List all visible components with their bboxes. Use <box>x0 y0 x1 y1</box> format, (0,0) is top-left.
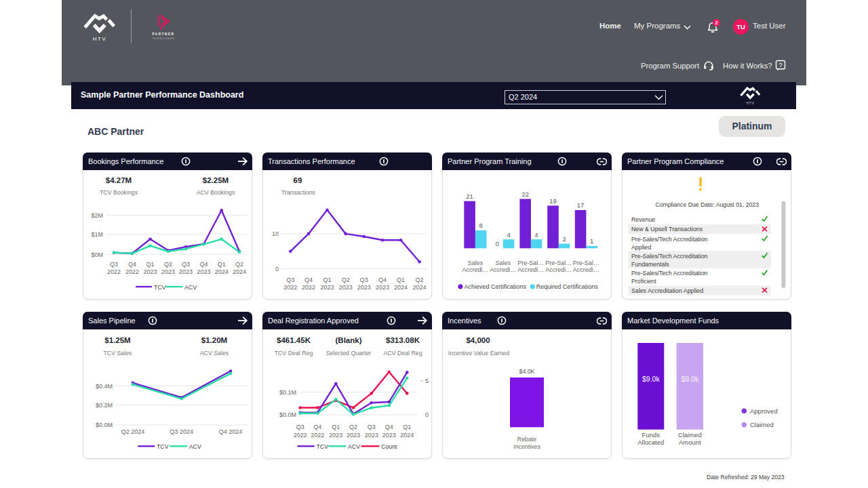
svg-text:ACV Deal Reg: ACV Deal Reg <box>383 350 422 357</box>
svg-text:$461.45K: $461.45K <box>277 336 311 344</box>
svg-text:Q1: Q1 <box>403 424 411 430</box>
svg-text:HTV: HTV <box>746 101 754 105</box>
svg-text:Proficient: Proficient <box>631 278 656 285</box>
svg-text:$4,000: $4,000 <box>466 336 490 344</box>
svg-text:Required Certifications: Required Certifications <box>536 283 599 290</box>
svg-text:ACV: ACV <box>184 284 197 291</box>
svg-text:2023: 2023 <box>197 268 210 275</box>
svg-text:Q3: Q3 <box>110 261 118 268</box>
svg-text:4: 4 <box>507 231 510 239</box>
svg-text:$0.4M: $0.4M <box>96 383 113 390</box>
svg-text:2023: 2023 <box>382 432 396 439</box>
svg-text:2024: 2024 <box>413 284 427 291</box>
svg-text:$1M: $1M <box>91 231 103 238</box>
svg-text:Achieved Certifications: Achieved Certifications <box>465 283 527 290</box>
svg-text:$0M: $0M <box>91 251 103 258</box>
svg-text:Accredi…: Accredi… <box>517 266 544 273</box>
svg-text:ACV: ACV <box>348 443 360 450</box>
svg-text:Pre-Sal…: Pre-Sal… <box>545 260 572 266</box>
svg-text:2023: 2023 <box>376 284 389 291</box>
svg-text:Q4: Q4 <box>304 277 313 283</box>
svg-text:2023: 2023 <box>329 432 342 439</box>
svg-text:Pre-Sal…: Pre-Sal… <box>573 260 599 266</box>
svg-text:2023: 2023 <box>365 432 378 439</box>
svg-text:Fundamentals: Fundamentals <box>631 261 669 268</box>
svg-text:4: 4 <box>534 231 538 239</box>
svg-text:Revenue: Revenue <box>631 216 655 223</box>
svg-text:$0.1M: $0.1M <box>279 389 296 396</box>
svg-text:ACV: ACV <box>189 443 201 450</box>
svg-text:Funds: Funds <box>642 431 660 439</box>
svg-text:0: 0 <box>496 240 499 247</box>
svg-text:Pre-Sales/Tech Accreditation: Pre-Sales/Tech Accreditation <box>631 253 708 260</box>
svg-text:$1.25M: $1.25M <box>104 336 130 344</box>
svg-text:ACV Sales: ACV Sales <box>200 350 229 357</box>
svg-text:Q1: Q1 <box>323 277 331 283</box>
svg-text:2022: 2022 <box>283 284 297 291</box>
svg-text:Transactions: Transactions <box>281 189 316 196</box>
svg-text:$4.27M: $4.27M <box>106 176 132 184</box>
svg-text:Q2: Q2 <box>342 277 350 283</box>
svg-text:New & Upsell Transactions: New & Upsell Transactions <box>631 226 703 232</box>
svg-text:(Blank): (Blank) <box>336 336 362 344</box>
svg-text:2024: 2024 <box>233 268 246 275</box>
svg-text:Q3: Q3 <box>286 277 294 283</box>
svg-text:Q3: Q3 <box>296 424 304 430</box>
svg-text:8: 8 <box>479 222 483 229</box>
svg-text:ACV Bookings: ACV Bookings <box>197 189 235 196</box>
svg-text:Selected Quarter: Selected Quarter <box>326 350 372 357</box>
svg-text:Q3: Q3 <box>368 424 376 430</box>
svg-text:Q1: Q1 <box>218 261 226 268</box>
svg-text:TCV Sales: TCV Sales <box>103 350 132 357</box>
svg-text:?: ? <box>778 62 782 68</box>
svg-text:PARTNER: PARTNER <box>152 33 174 36</box>
svg-text:Sales: Sales <box>495 260 511 266</box>
svg-text:Q4 2024: Q4 2024 <box>219 428 243 435</box>
svg-text:19: 19 <box>549 197 557 205</box>
svg-text:$313.08K: $313.08K <box>386 336 420 344</box>
svg-text:TCV: TCV <box>317 443 329 450</box>
svg-text:$0.0M: $0.0M <box>279 411 296 418</box>
svg-text:2: 2 <box>562 235 566 243</box>
svg-text:$9.0k: $9.0k <box>681 375 698 383</box>
svg-text:Approved: Approved <box>750 407 778 415</box>
svg-text:22: 22 <box>521 190 529 198</box>
svg-text:0: 0 <box>275 266 279 272</box>
svg-text:2024: 2024 <box>394 284 408 291</box>
svg-text:$2M: $2M <box>91 212 103 219</box>
svg-text:Q1: Q1 <box>332 424 340 430</box>
svg-text:Allocated: Allocated <box>637 439 664 446</box>
svg-text:Accredi…: Accredi… <box>573 266 599 273</box>
svg-text:TCV: TCV <box>157 443 169 450</box>
svg-text:Accredi…: Accredi… <box>462 266 488 273</box>
svg-text:Q4: Q4 <box>128 261 136 268</box>
svg-text:Compliance Due Date: August 01: Compliance Due Date: August 01, 2023 <box>655 201 759 208</box>
svg-text:Q2: Q2 <box>349 424 357 430</box>
svg-text:$1.20M: $1.20M <box>201 336 227 344</box>
svg-text:2022: 2022 <box>294 432 307 439</box>
svg-text:Q2: Q2 <box>235 261 243 268</box>
svg-text:TECHNOLOGIES: TECHNOLOGIES <box>152 37 175 40</box>
svg-text:Pre-Sales/Tech Accreditation: Pre-Sales/Tech Accreditation <box>631 236 708 243</box>
svg-text:Q1: Q1 <box>397 277 405 283</box>
svg-text:Rebate: Rebate <box>517 436 536 443</box>
svg-text:2022: 2022 <box>107 268 121 275</box>
svg-text:Applied: Applied <box>631 244 651 251</box>
svg-text:TCV Deal Reg: TCV Deal Reg <box>275 350 313 357</box>
svg-text:Count: Count <box>381 443 397 450</box>
svg-text:Accredi…: Accredi… <box>545 266 572 273</box>
svg-text:69: 69 <box>294 176 302 184</box>
svg-text:2023: 2023 <box>347 432 360 439</box>
svg-text:Q2: Q2 <box>164 261 172 268</box>
svg-text:Q3 2024: Q3 2024 <box>170 428 193 435</box>
svg-text:TCV: TCV <box>154 284 166 291</box>
svg-text:0: 0 <box>425 411 429 418</box>
svg-text:Claimed: Claimed <box>678 431 702 439</box>
svg-text:2023: 2023 <box>179 268 193 275</box>
svg-text:1: 1 <box>590 237 593 245</box>
svg-text:Accredi…: Accredi… <box>490 266 516 273</box>
svg-text:$0.2M: $0.2M <box>96 402 113 409</box>
svg-text:$2.25M: $2.25M <box>203 176 229 184</box>
svg-text:2023: 2023 <box>357 284 371 291</box>
svg-text:Incentive Value Earned: Incentive Value Earned <box>448 350 509 357</box>
